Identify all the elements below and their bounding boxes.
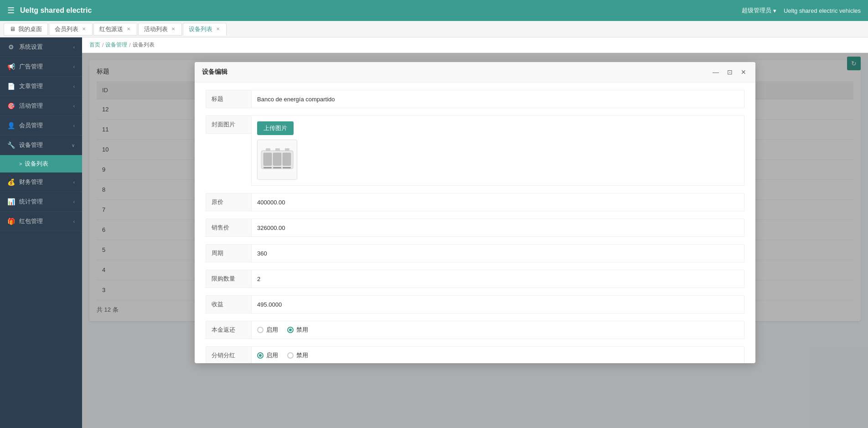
principal-return-disable[interactable]: 禁用 [287, 326, 308, 334]
tab-desktop-icon: 🖥 [10, 26, 16, 32]
tab-members[interactable]: 会员列表 ✕ [49, 23, 93, 36]
breadcrumb-home[interactable]: 首页 [89, 41, 100, 49]
form-content-cover: 上传图片 [251, 115, 744, 186]
form-row-income: 收益 495.0000 [206, 295, 744, 313]
breadcrumb-device-mgmt[interactable]: 设备管理 [105, 41, 127, 49]
disable-label-2: 禁用 [296, 351, 308, 360]
form-content-dividend: 启用 禁用 [251, 346, 744, 363]
form-label-limit-qty: 限购数量 [206, 270, 251, 288]
header-left: ☰ Ueltg shared electric [7, 5, 92, 16]
sidebar-members-label: 会员管理 [19, 121, 43, 130]
modal-maximize-button[interactable]: ⊡ [725, 68, 734, 77]
dividend-enable[interactable]: 启用 [257, 351, 278, 360]
tab-devices[interactable]: 设备列表 ✕ [183, 23, 227, 36]
device-image [257, 140, 297, 180]
form-content-title: Banco de energía compartido [251, 90, 744, 108]
tab-activity[interactable]: 活动列表 ✕ [138, 23, 182, 36]
form-row-dividend: 分销分红 启用 禁用 [206, 346, 744, 363]
chevron-down-icon-2: ∨ [72, 143, 75, 148]
enable-label-1: 启用 [266, 326, 278, 334]
tab-activity-close[interactable]: ✕ [170, 26, 176, 32]
sidebar-sub-device-list-label: 设备列表 [25, 160, 48, 168]
chevron-right-icon-6: ‹ [73, 180, 75, 185]
hamburger-icon[interactable]: ☰ [7, 5, 15, 16]
device-image-svg [259, 144, 295, 176]
form-content-income: 495.0000 [251, 295, 744, 313]
principal-return-disable-circle [287, 327, 294, 333]
dividend-radio-group: 启用 禁用 [257, 351, 308, 360]
tab-devices-close[interactable]: ✕ [215, 26, 221, 32]
svg-rect-9 [285, 148, 289, 151]
form-row-original-price: 原价 400000.00 [206, 193, 744, 211]
sidebar-item-activities[interactable]: 🎯 活动管理 ‹ [0, 96, 82, 116]
modal-minimize-button[interactable]: — [711, 68, 721, 77]
ads-icon: 📢 [7, 63, 15, 70]
header-right: 超级管理员 ▾ Ueltg shared electric vehicles [742, 6, 861, 15]
title-value: Banco de energía compartido [257, 96, 335, 103]
sidebar-item-finance[interactable]: 💰 财务管理 ‹ [0, 172, 82, 192]
sidebar-articles-label: 文章管理 [19, 82, 43, 90]
sidebar-item-members[interactable]: 👤 会员管理 ‹ [0, 116, 82, 136]
sidebar-devices-label: 设备管理 [19, 141, 43, 149]
tab-activity-label: 活动列表 [144, 25, 168, 33]
svg-rect-1 [264, 153, 272, 166]
chevron-right-icon-4: ‹ [73, 104, 75, 109]
page-content: ↻ 标题 ID 标题 操作 12 [82, 53, 868, 428]
tab-redpacket-close[interactable]: ✕ [126, 26, 131, 32]
tab-redpacket[interactable]: 红包派送 ✕ [93, 23, 137, 36]
svg-rect-2 [273, 153, 281, 166]
modal-overlay: 设备编辑 — ⊡ ✕ 标题 Banco de energía compart [82, 53, 868, 428]
upload-image-button[interactable]: 上传图片 [257, 121, 294, 135]
tab-bar: 🖥 我的桌面 会员列表 ✕ 红包派送 ✕ 活动列表 ✕ 设备列表 ✕ [0, 21, 868, 37]
sidebar-item-redpacket[interactable]: 🎁 红包管理 ‹ [0, 212, 82, 231]
sidebar-item-devices[interactable]: 🔧 设备管理 ∨ [0, 136, 82, 155]
tab-members-close[interactable]: ✕ [81, 26, 87, 32]
form-label-sale-price: 销售价 [206, 219, 251, 237]
sidebar-finance-label: 财务管理 [19, 178, 43, 186]
svg-rect-5 [273, 167, 281, 168]
form-row-cover: 封面图片 上传图片 [206, 115, 744, 186]
admin-dropdown[interactable]: 超级管理员 ▾ [742, 6, 776, 15]
svg-rect-8 [275, 148, 280, 151]
sidebar-item-stats[interactable]: 📊 统计管理 ‹ [0, 192, 82, 212]
period-value: 360 [257, 250, 267, 257]
chevron-right-icon-2: ‹ [73, 64, 75, 69]
principal-return-radio-group: 启用 禁用 [257, 326, 308, 334]
disable-label-1: 禁用 [296, 326, 308, 334]
sidebar-sub-device-list[interactable]: 设备列表 [0, 155, 82, 172]
form-content-original-price: 400000.00 [251, 193, 744, 211]
sidebar-item-articles[interactable]: 📄 文章管理 ‹ [0, 77, 82, 96]
principal-return-enable[interactable]: 启用 [257, 326, 278, 334]
svg-rect-7 [266, 148, 270, 151]
form-row-limit-qty: 限购数量 2 [206, 270, 744, 288]
dividend-disable[interactable]: 禁用 [287, 351, 308, 360]
modal-close-button[interactable]: ✕ [739, 68, 748, 77]
activities-icon: 🎯 [7, 102, 15, 110]
sale-price-value: 326000.00 [257, 224, 285, 231]
tab-desktop[interactable]: 🖥 我的桌面 [4, 23, 48, 36]
svg-rect-4 [264, 167, 272, 168]
tab-desktop-label: 我的桌面 [18, 25, 42, 33]
chevron-down-icon: ▾ [773, 7, 776, 14]
form-label-period: 周期 [206, 244, 251, 262]
enable-label-2: 启用 [266, 351, 278, 360]
sidebar-activities-label: 活动管理 [19, 102, 43, 110]
finance-icon: 💰 [7, 178, 15, 186]
tab-members-label: 会员列表 [55, 25, 78, 33]
form-label-principal-return: 本金返还 [206, 321, 251, 339]
tab-devices-label: 设备列表 [189, 25, 212, 33]
sidebar-stats-label: 统计管理 [19, 198, 43, 206]
chevron-right-icon-3: ‹ [73, 84, 75, 89]
settings-icon: ⚙ [7, 43, 15, 51]
chevron-right-icon: ‹ [73, 45, 75, 50]
form-content-sale-price: 326000.00 [251, 219, 744, 237]
sidebar-item-system[interactable]: ⚙ 系统设置 ‹ [0, 37, 82, 57]
form-content-limit-qty: 2 [251, 270, 744, 288]
modal-header: 设备编辑 — ⊡ ✕ [195, 62, 755, 83]
dividend-disable-circle [287, 352, 294, 359]
tab-redpacket-label: 红包派送 [99, 25, 123, 33]
content-area: 首页 / 设备管理 / 设备列表 ↻ 标题 ID 标题 操作 [82, 37, 868, 428]
svg-rect-3 [283, 153, 291, 166]
svg-rect-6 [283, 167, 291, 168]
sidebar-item-ads[interactable]: 📢 广告管理 ‹ [0, 57, 82, 77]
